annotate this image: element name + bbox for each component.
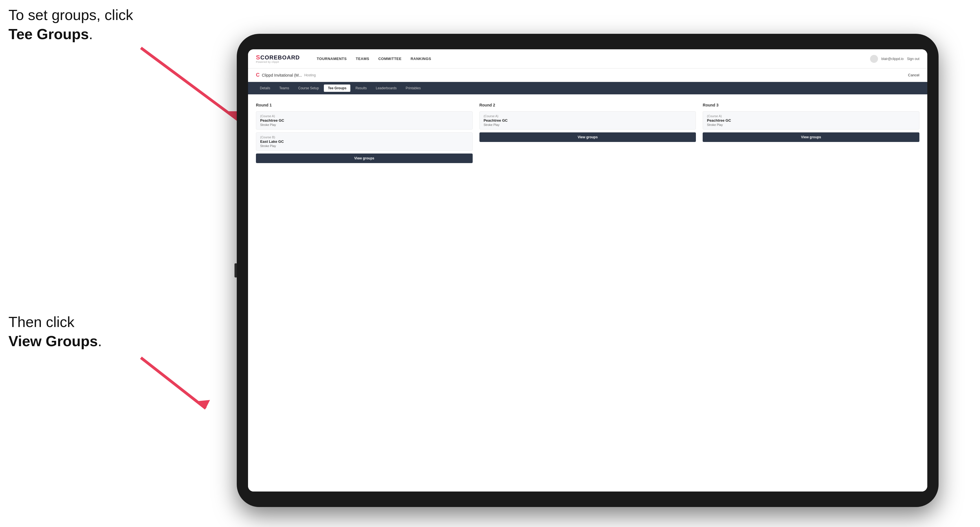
round-1-course-a-format: Stroke Play	[260, 123, 468, 127]
c-logo: C	[256, 72, 259, 78]
round-2-course-a-label: (Course A)	[484, 114, 692, 118]
tab-leaderboards[interactable]: Leaderboards	[372, 84, 401, 92]
logo-sub: Powered by clippit	[256, 60, 300, 63]
round-3-column: Round 3 (Course A) Peachtree GC Stroke P…	[703, 103, 920, 163]
logo: SCOREBOARD Powered by clippit	[256, 54, 300, 63]
round-1-course-a-card: (Course A) Peachtree GC Stroke Play	[256, 111, 473, 130]
round-2-view-groups-button[interactable]: View groups	[479, 132, 696, 142]
tablet-side-button	[234, 264, 237, 278]
instruction-bottom-line1: Then click	[8, 314, 75, 330]
svg-line-2	[141, 358, 206, 408]
tab-course-setup[interactable]: Course Setup	[294, 84, 323, 92]
tournament-name: C Clippd Invitational (M... Hosting	[256, 72, 316, 78]
round-1-course-a-name: Peachtree GC	[260, 118, 468, 122]
tablet-screen: SCOREBOARD Powered by clippit TOURNAMENT…	[248, 49, 927, 492]
instruction-top-line1: To set groups, click	[8, 7, 133, 23]
round-3-course-a-card: (Course A) Peachtree GC Stroke Play	[703, 111, 920, 130]
round-2-title: Round 2	[479, 103, 696, 107]
tablet-frame: SCOREBOARD Powered by clippit TOURNAMENT…	[237, 34, 939, 507]
round-1-course-b-label: (Course B)	[260, 135, 468, 139]
hosting-label: Hosting	[304, 73, 316, 77]
sign-out-link[interactable]: Sign out	[907, 57, 920, 61]
round-1-column: Round 1 (Course A) Peachtree GC Stroke P…	[256, 103, 473, 163]
round-3-course-a-format: Stroke Play	[707, 123, 915, 127]
round-1-title: Round 1	[256, 103, 473, 107]
round-1-course-a-label: (Course A)	[260, 114, 468, 118]
main-content: Round 1 (Course A) Peachtree GC Stroke P…	[248, 94, 927, 492]
svg-line-0	[141, 48, 240, 121]
round-2-course-a-name: Peachtree GC	[484, 118, 692, 122]
round-3-course-a-label: (Course A)	[707, 114, 915, 118]
nav-teams[interactable]: TEAMS	[356, 56, 369, 62]
round-2-column: Round 2 (Course A) Peachtree GC Stroke P…	[479, 103, 696, 163]
instruction-top: To set groups, click Tee Groups.	[8, 6, 133, 44]
rounds-container: Round 1 (Course A) Peachtree GC Stroke P…	[256, 103, 920, 163]
tournament-title: Clippd Invitational (M...	[262, 73, 302, 78]
user-avatar	[870, 55, 878, 63]
tee-groups-highlight: Tee Groups	[8, 26, 89, 42]
instruction-bottom: Then click View Groups.	[8, 313, 102, 351]
nav-links: TOURNAMENTS TEAMS COMMITTEE RANKINGS	[317, 56, 859, 62]
round-1-view-groups-button[interactable]: View groups	[256, 154, 473, 163]
round-2-course-a-card: (Course A) Peachtree GC Stroke Play	[479, 111, 696, 130]
view-groups-highlight: View Groups	[8, 333, 98, 349]
round-3-course-a-name: Peachtree GC	[707, 118, 915, 122]
sub-header: C Clippd Invitational (M... Hosting Canc…	[248, 68, 927, 82]
round-1-course-b-card: (Course B) East Lake GC Stroke Play	[256, 132, 473, 151]
tab-results[interactable]: Results	[352, 84, 371, 92]
user-email: blair@clippd.io	[881, 57, 904, 61]
tab-printables[interactable]: Printables	[402, 84, 425, 92]
nav-tournaments[interactable]: TOURNAMENTS	[317, 56, 347, 62]
nav-rankings[interactable]: RANKINGS	[410, 56, 431, 62]
cancel-button[interactable]: Cancel	[908, 73, 920, 77]
nav-committee[interactable]: COMMITTEE	[378, 56, 402, 62]
svg-marker-3	[195, 400, 210, 408]
tab-teams[interactable]: Teams	[275, 84, 293, 92]
round-1-course-b-name: East Lake GC	[260, 140, 468, 144]
tab-details[interactable]: Details	[256, 84, 274, 92]
arrow-to-view-groups	[118, 341, 214, 417]
tab-tee-groups[interactable]: Tee Groups	[324, 84, 350, 92]
round-3-title: Round 3	[703, 103, 920, 107]
top-nav: SCOREBOARD Powered by clippit TOURNAMENT…	[248, 49, 927, 68]
round-1-course-b-format: Stroke Play	[260, 144, 468, 148]
round-3-view-groups-button[interactable]: View groups	[703, 132, 920, 142]
tab-bar: Details Teams Course Setup Tee Groups Re…	[248, 82, 927, 94]
round-2-course-a-format: Stroke Play	[484, 123, 692, 127]
nav-right: blair@clippd.io Sign out	[870, 55, 920, 63]
logo-text: SCOREBOARD	[256, 54, 300, 60]
